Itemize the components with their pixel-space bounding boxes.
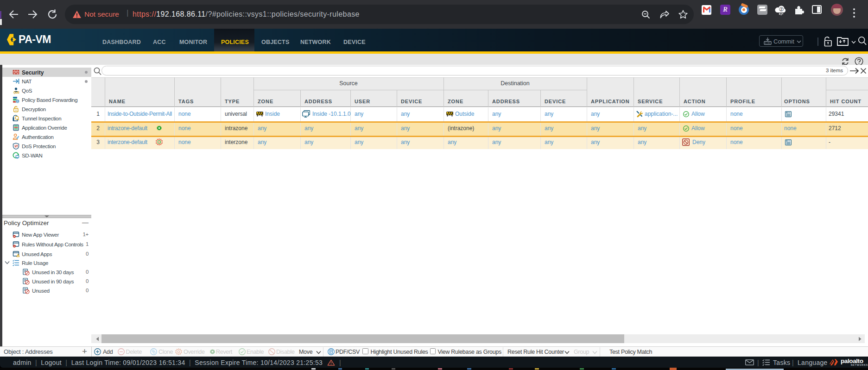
svg-text:QoS: QoS [13,91,19,94]
